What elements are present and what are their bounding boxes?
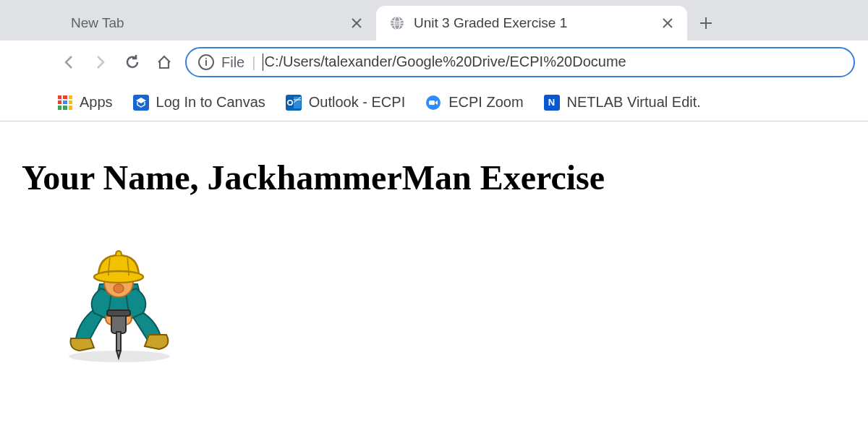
globe-icon bbox=[389, 15, 405, 31]
tab-new-tab[interactable]: New Tab bbox=[58, 6, 376, 40]
svg-rect-13 bbox=[429, 100, 435, 105]
tab-active[interactable]: Unit 3 Graded Exercise 1 bbox=[376, 6, 687, 40]
tab-title: Unit 3 Graded Exercise 1 bbox=[414, 15, 654, 31]
bookmark-outlook[interactable]: Outlook - ECPI bbox=[286, 94, 405, 111]
svg-point-21 bbox=[114, 284, 124, 293]
back-button[interactable] bbox=[58, 51, 80, 73]
info-icon[interactable]: i bbox=[198, 54, 214, 70]
zoom-icon bbox=[425, 95, 441, 111]
url-scheme: File bbox=[221, 54, 244, 71]
svg-point-24 bbox=[94, 271, 143, 283]
close-tab-icon[interactable] bbox=[661, 17, 674, 30]
bookmark-label: Outlook - ECPI bbox=[309, 94, 405, 111]
apps-grid-icon bbox=[58, 95, 72, 110]
forward-button[interactable] bbox=[90, 51, 111, 73]
svg-rect-11 bbox=[294, 97, 301, 108]
bookmark-canvas[interactable]: Log In to Canvas bbox=[133, 94, 265, 111]
outlook-icon bbox=[286, 95, 302, 111]
address-bar[interactable]: i File | C:/Users/talexander/Google%20Dr… bbox=[185, 47, 855, 77]
bookmark-netlab[interactable]: N NETLAB Virtual Edit. bbox=[544, 94, 701, 111]
new-tab-button[interactable] bbox=[693, 10, 719, 36]
bookmark-label: NETLAB Virtual Edit. bbox=[567, 94, 701, 111]
url-path: C:/Users/talexander/Google%20Drive/ECPI%… bbox=[263, 54, 626, 72]
url-divider: | bbox=[252, 54, 255, 71]
bookmarks-bar: Apps Log In to Canvas Outlook - ECPI ECP… bbox=[0, 84, 868, 121]
tab-title: New Tab bbox=[71, 15, 343, 31]
reload-button[interactable] bbox=[122, 51, 143, 73]
svg-rect-18 bbox=[107, 310, 130, 316]
apps-label: Apps bbox=[80, 94, 113, 111]
canvas-icon bbox=[133, 95, 149, 111]
bookmark-label: Log In to Canvas bbox=[156, 94, 265, 111]
jackhammer-man-image bbox=[51, 241, 188, 364]
tab-bar: New Tab Unit 3 Graded Exercise 1 bbox=[0, 0, 868, 40]
nav-toolbar: i File | C:/Users/talexander/Google%20Dr… bbox=[0, 40, 868, 84]
apps-launcher[interactable]: Apps bbox=[58, 94, 113, 111]
svg-rect-19 bbox=[116, 332, 121, 351]
close-tab-icon[interactable] bbox=[350, 17, 363, 30]
page-content: Your Name, JackhammerMan Exercise bbox=[0, 121, 868, 364]
bookmark-label: ECPI Zoom bbox=[448, 94, 523, 111]
netlab-icon: N bbox=[544, 95, 560, 111]
bookmark-zoom[interactable]: ECPI Zoom bbox=[425, 94, 523, 111]
page-heading: Your Name, JackhammerMan Exercise bbox=[22, 158, 846, 197]
home-button[interactable] bbox=[153, 51, 175, 73]
